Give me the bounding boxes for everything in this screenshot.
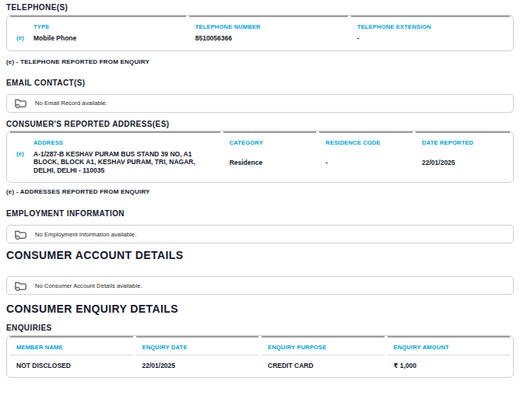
enquiry-purpose-value: CREDIT CARD xyxy=(262,355,385,377)
col-header-member-name: MEMBER NAME xyxy=(10,336,133,355)
address-value: A-1/287-B KESHAV PURAM BUS STAND 39 NO, … xyxy=(33,150,213,175)
enquiries-header-row: MEMBER NAME ENQUIRY DATE ENQUIRY PURPOSE… xyxy=(10,336,510,355)
address-date-reported-value: 22/01/2025 xyxy=(416,150,510,183)
address-category-value: Residence xyxy=(223,150,317,183)
telephone-number-value: 8510056366 xyxy=(189,34,348,51)
employment-section-title: EMPLOYMENT INFORMATION xyxy=(6,209,514,218)
addresses-header-row: ADDRESS CATEGORY RESIDENCE CODE DATE REP… xyxy=(10,131,510,150)
address-row: (e)A-1/287-B KESHAV PURAM BUS STAND 39 N… xyxy=(10,150,510,183)
telephone-footnote: (e) - TELEPHONE REPORTED FROM ENQUIRY xyxy=(6,58,514,65)
empty-folder-icon xyxy=(14,280,27,292)
col-header-category: CATEGORY xyxy=(223,131,317,150)
employment-empty-message: No Employment Information available. xyxy=(35,231,136,238)
enquiries-subtitle: ENQUIRIES xyxy=(6,324,514,332)
telephone-section-title: TELEPHONE(S) xyxy=(6,3,514,12)
enquiry-amount-value: ₹ 1,000 xyxy=(388,355,511,377)
telephone-extension-value: - xyxy=(351,34,510,51)
email-empty-message: No Email Record available. xyxy=(35,100,107,107)
enquiry-row: NOT DISCLOSED 22/01/2025 CREDIT CARD ₹ 1… xyxy=(10,355,510,377)
col-header-enquiry-amount: ENQUIRY AMOUNT xyxy=(388,336,511,355)
empty-folder-icon xyxy=(14,97,27,109)
telephone-table: TYPE TELEPHONE NUMBER TELEPHONE EXTENSIO… xyxy=(6,15,514,51)
col-header-telephone-extension: TELEPHONE EXTENSION xyxy=(351,16,510,34)
enquiry-marker: (e) xyxy=(16,34,33,43)
email-empty-box: No Email Record available. xyxy=(6,94,514,113)
enquiry-section-title: CONSUMER ENQUIRY DETAILS xyxy=(6,303,514,315)
credit-report-page: TELEPHONE(S) TYPE TELEPHONE NUMBER TELEP… xyxy=(0,0,527,378)
telephone-row: (e)Mobile Phone 8510056366 - xyxy=(10,34,510,51)
enquiry-marker: (e) xyxy=(16,150,33,159)
addresses-table: ADDRESS CATEGORY RESIDENCE CODE DATE REP… xyxy=(6,131,514,184)
addresses-footnote: (e) - ADDRESSES REPORTED FROM ENQUIRY xyxy=(6,188,514,195)
col-header-telephone-number: TELEPHONE NUMBER xyxy=(189,16,348,34)
email-section-title: EMAIL CONTACT(S) xyxy=(6,79,514,87)
col-header-type: TYPE xyxy=(10,16,186,34)
col-header-enquiry-date: ENQUIRY DATE xyxy=(136,336,259,355)
addresses-section-title: CONSUMER'S REPORTED ADDRESS(ES) xyxy=(6,120,514,128)
account-empty-message: No Consumer Account Details available. xyxy=(35,282,142,289)
enquiry-date-value: 22/01/2025 xyxy=(136,355,259,377)
employment-empty-box: No Employment Information available. xyxy=(6,225,514,243)
telephone-header-row: TYPE TELEPHONE NUMBER TELEPHONE EXTENSIO… xyxy=(10,16,510,34)
enquiries-table: MEMBER NAME ENQUIRY DATE ENQUIRY PURPOSE… xyxy=(6,335,514,378)
address-residence-code-value: - xyxy=(319,150,413,183)
account-section-title: CONSUMER ACCOUNT DETAILS xyxy=(6,250,514,261)
enquiry-member-name-value: NOT DISCLOSED xyxy=(10,355,133,377)
account-empty-box: No Consumer Account Details available. xyxy=(6,276,514,295)
col-header-enquiry-purpose: ENQUIRY PURPOSE xyxy=(262,336,385,355)
col-header-residence-code: RESIDENCE CODE xyxy=(319,131,413,150)
empty-folder-icon xyxy=(14,229,27,240)
telephone-type-value: Mobile Phone xyxy=(33,34,76,43)
col-header-address: ADDRESS xyxy=(10,131,220,150)
col-header-date-reported: DATE REPORTED xyxy=(416,131,510,150)
